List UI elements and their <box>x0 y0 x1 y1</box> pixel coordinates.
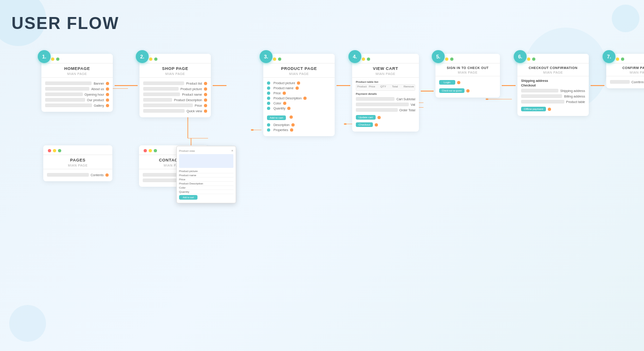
dot-conn <box>106 98 109 102</box>
node-row: Vat <box>356 102 415 107</box>
item-gallery: Gallery <box>94 104 104 107</box>
login-btn[interactable]: Login <box>439 80 455 85</box>
node-row: Quick view <box>143 108 207 114</box>
card-header-dots <box>41 54 113 63</box>
dot-yellow <box>445 58 448 61</box>
dot-green <box>532 58 535 61</box>
dot-yellow <box>53 149 56 152</box>
card-header-dots <box>43 145 112 155</box>
node-title-shop: SHOP PAGE <box>139 63 211 72</box>
dot-teal <box>267 92 270 95</box>
connector-5-6 <box>502 85 516 86</box>
dot-conn <box>106 82 109 85</box>
node-signin: 5. SIGN IN TO CHECK OUT MIAN PAGE Login <box>435 54 500 98</box>
line-bar <box>45 81 92 85</box>
item: Shipping address <box>560 89 585 92</box>
node-confirmpayment: 7. CONFIRM PAYMENT MIAN PAGE Comfirm pay… <box>606 54 644 88</box>
checkout-as-guest-btn[interactable]: Check out as guest <box>439 88 464 93</box>
node-row: Opening hour <box>45 92 109 97</box>
node-subtitle-product: MIAN PAGE <box>263 72 335 77</box>
dot-yellow <box>527 58 530 61</box>
td <box>403 89 415 90</box>
node-row: Properties <box>267 127 331 132</box>
popup-row: Product Description <box>179 182 233 186</box>
page-title: USER FLOW <box>0 0 644 40</box>
dot-conn <box>204 109 207 113</box>
node-title-signin: SIGN IN TO CHECK OUT <box>435 63 500 71</box>
update-cart-btn[interactable]: Update cart <box>356 115 376 120</box>
popup-inner: Product view × Product picture Product n… <box>176 146 236 203</box>
node-homepage: 1. HOMEPAGE MIAN PAGE Banner About us Op… <box>41 54 113 112</box>
addtocart-row: Add to cart <box>267 111 331 122</box>
line-bar <box>521 89 558 92</box>
dot-yellow <box>273 58 276 61</box>
line-bar <box>45 92 83 96</box>
badge-3: 3. <box>260 50 273 63</box>
item: Product picture <box>180 87 202 91</box>
node-subtitle-checkout: MIAN PAGE <box>517 71 589 76</box>
badge-7: 7. <box>603 50 615 63</box>
node-body-signin: Login Check out as guest <box>435 76 500 98</box>
popup-row: Color <box>179 186 233 190</box>
node-title-product: PRODUCT PAGE <box>263 63 335 72</box>
node-row: Description <box>267 122 331 127</box>
checkout-btn[interactable]: Checkout <box>356 122 373 127</box>
line-bar <box>45 87 89 91</box>
line-bar <box>610 80 630 84</box>
node-pages: PAGES MIAN PAGE Contents <box>43 145 112 187</box>
card-header-dots <box>139 54 211 63</box>
main-flow-row: 1. HOMEPAGE MIAN PAGE Banner About us Op… <box>9 45 635 136</box>
line-bar <box>143 104 193 107</box>
bottom-flow-row: PAGES MIAN PAGE Contents CONTA <box>9 145 635 187</box>
dot-green <box>154 58 157 61</box>
addtocart-btn[interactable]: Add to cart <box>267 115 286 120</box>
node-checkout: 6. CHECKOUT CONFIRMATION MIAN PAGE Shipp… <box>517 54 589 116</box>
card-header-dots <box>352 54 419 63</box>
dot-conn <box>283 102 286 105</box>
table-header: Product Price QTY Total Remove <box>356 85 415 89</box>
node-subtitle-homepage: MIAN PAGE <box>41 72 113 77</box>
dot-teal <box>267 81 270 85</box>
node-subtitle-signin: MIAN PAGE <box>435 71 500 76</box>
badge-4: 4. <box>348 50 361 63</box>
item: Price <box>273 92 281 95</box>
line-bar <box>356 108 398 112</box>
badge-2: 2. <box>136 50 149 63</box>
dot-conn <box>290 128 293 132</box>
dot-yellow <box>51 58 54 61</box>
node-body-shop: Product list Product picture Product nam… <box>139 77 211 117</box>
close-icon[interactable]: × <box>231 149 233 153</box>
item: Properties <box>273 128 288 132</box>
dot-teal <box>267 97 270 100</box>
item-product: Our product <box>87 98 104 102</box>
item: Cart Subtotal <box>396 98 415 101</box>
dot-conn <box>377 116 381 119</box>
item: Price <box>195 104 202 107</box>
node-row: Price <box>267 91 331 96</box>
node-row: Order Total <box>356 107 415 113</box>
line-bar <box>356 103 409 106</box>
item: Product Description <box>273 97 302 100</box>
node-shoppage: 2. SHOP PAGE MIAN PAGE Product list Prod… <box>139 54 211 117</box>
dot-teal <box>267 107 270 110</box>
product-table: Product Price QTY Total Remove <box>356 84 415 91</box>
line-bar <box>143 178 179 182</box>
offline-payment-btn[interactable]: Offline payment <box>521 107 546 111</box>
dot-conn <box>548 108 551 111</box>
card-productpage: PRODUCT PAGE MIAN PAGE Product picture P… <box>263 54 335 136</box>
item: Quick view <box>186 109 202 113</box>
card-checkout: CHECKOUT CONFIRMATION MIAN PAGE Shipping… <box>517 54 589 116</box>
line-bar <box>143 109 185 113</box>
card-header-dots <box>263 54 335 63</box>
popup-addtocart-btn[interactable]: Add to cart <box>179 195 197 200</box>
line-bar <box>143 98 172 102</box>
node-subtitle-confirm: MIAN PAGE <box>606 71 644 76</box>
node-productpage: 3. PRODUCT PAGE MIAN PAGE Product pictur… <box>263 54 335 136</box>
dot-conn <box>105 173 109 177</box>
dot-yellow <box>149 58 152 61</box>
line-bar <box>45 98 85 102</box>
item: Billing address <box>564 95 585 98</box>
node-title-confirm: CONFIRM PAYMENT <box>606 63 644 71</box>
item-about: About us <box>91 87 104 91</box>
node-row: Gallery <box>45 103 109 108</box>
